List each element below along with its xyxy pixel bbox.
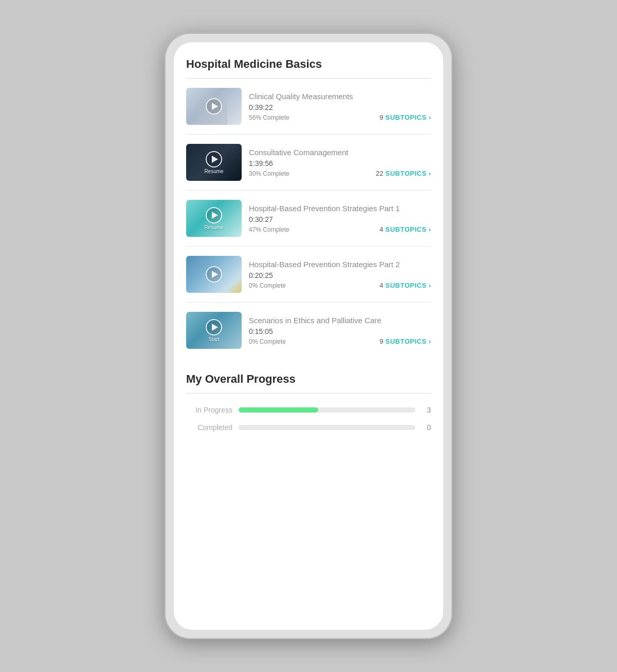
course-duration: 0:30:27 bbox=[249, 215, 431, 223]
play-circle-icon bbox=[206, 151, 222, 167]
subtopics-button[interactable]: 4 SUBTOPICS › bbox=[379, 282, 431, 289]
subtopics-count: 4 bbox=[379, 226, 383, 233]
course-meta: 30% Complete 22 SUBTOPICS › bbox=[249, 170, 431, 177]
course-info: Consultative Comanagement 1:39:56 30% Co… bbox=[249, 147, 431, 178]
thumb-label: Start bbox=[208, 337, 219, 342]
play-triangle-icon bbox=[212, 271, 218, 278]
play-circle-icon bbox=[206, 207, 222, 223]
progress-row: Completed 0 bbox=[186, 423, 431, 432]
progress-row-label: In Progress bbox=[186, 406, 232, 414]
course-name: Hospital-Based Prevention Strategies Par… bbox=[249, 203, 431, 214]
course-item[interactable]: Resume Consultative Comanagement 1:39:56… bbox=[186, 135, 431, 191]
subtopics-label: SUBTOPICS bbox=[386, 282, 427, 289]
chevron-right-icon: › bbox=[429, 282, 431, 289]
phone-screen: Hospital Medicine Basics Clinical Qualit… bbox=[174, 42, 443, 630]
thumb-button: Resume bbox=[204, 151, 223, 174]
chevron-right-icon: › bbox=[429, 170, 431, 177]
course-duration: 1:39:56 bbox=[249, 159, 431, 167]
thumb-button bbox=[206, 98, 222, 115]
course-meta: 56% Complete 9 SUBTOPICS › bbox=[249, 114, 431, 121]
course-item[interactable]: Start Scenarios in Ethics and Palliative… bbox=[186, 303, 431, 358]
course-name: Clinical Quality Measurements bbox=[249, 91, 431, 102]
subtopics-button[interactable]: 9 SUBTOPICS › bbox=[379, 338, 431, 345]
course-progress: 47% Complete bbox=[249, 226, 289, 233]
course-name: Hospital-Based Prevention Strategies Par… bbox=[249, 259, 431, 270]
course-progress: 0% Complete bbox=[249, 338, 286, 345]
course-info: Hospital-Based Prevention Strategies Par… bbox=[249, 259, 431, 290]
play-triangle-icon bbox=[212, 324, 218, 331]
chevron-right-icon: › bbox=[429, 114, 431, 121]
courses-section: Hospital Medicine Basics Clinical Qualit… bbox=[186, 58, 431, 358]
course-duration: 0:20:25 bbox=[249, 271, 431, 279]
chevron-right-icon: › bbox=[429, 338, 431, 345]
thumb-label: Resume bbox=[204, 169, 223, 174]
course-item[interactable]: Resume Hospital-Based Prevention Strateg… bbox=[186, 191, 431, 247]
course-name: Scenarios in Ethics and Palliative Care bbox=[249, 315, 431, 326]
course-thumbnail bbox=[186, 256, 242, 293]
course-progress: 0% Complete bbox=[249, 282, 286, 289]
course-meta: 0% Complete 4 SUBTOPICS › bbox=[249, 282, 431, 289]
progress-count: 0 bbox=[422, 423, 431, 432]
course-info: Clinical Quality Measurements 0:39:22 56… bbox=[249, 91, 431, 122]
subtopics-count: 9 bbox=[379, 114, 383, 121]
subtopics-count: 4 bbox=[379, 282, 383, 289]
progress-row-label: Completed bbox=[186, 423, 232, 432]
progress-bar-fill bbox=[239, 407, 318, 413]
progress-bar-track bbox=[239, 407, 415, 413]
subtopics-button[interactable]: 9 SUBTOPICS › bbox=[379, 114, 431, 121]
subtopics-count: 22 bbox=[376, 170, 383, 177]
course-item[interactable]: Clinical Quality Measurements 0:39:22 56… bbox=[186, 79, 431, 135]
thumb-button: Start bbox=[206, 319, 222, 342]
play-triangle-icon bbox=[212, 156, 218, 163]
course-thumbnail: Resume bbox=[186, 144, 242, 181]
course-thumbnail bbox=[186, 88, 242, 125]
play-circle-icon bbox=[206, 266, 222, 283]
subtopics-label: SUBTOPICS bbox=[386, 114, 427, 121]
course-thumbnail: Resume bbox=[186, 200, 242, 237]
chevron-right-icon: › bbox=[429, 226, 431, 233]
subtopics-label: SUBTOPICS bbox=[386, 170, 427, 177]
progress-divider bbox=[186, 393, 431, 394]
play-circle-icon bbox=[206, 319, 222, 335]
course-progress: 56% Complete bbox=[249, 114, 289, 121]
progress-section: My Overall Progress In Progress 3 Comple… bbox=[186, 372, 431, 432]
course-duration: 0:15:05 bbox=[249, 327, 431, 335]
course-thumbnail: Start bbox=[186, 312, 242, 349]
course-info: Hospital-Based Prevention Strategies Par… bbox=[249, 203, 431, 234]
phone-shell: Hospital Medicine Basics Clinical Qualit… bbox=[165, 33, 452, 639]
courses-section-title: Hospital Medicine Basics bbox=[186, 58, 431, 71]
course-info: Scenarios in Ethics and Palliative Care … bbox=[249, 315, 431, 346]
course-list: Clinical Quality Measurements 0:39:22 56… bbox=[186, 79, 431, 358]
subtopics-label: SUBTOPICS bbox=[386, 226, 427, 233]
subtopics-count: 9 bbox=[379, 338, 383, 345]
thumb-label: Resume bbox=[204, 225, 223, 230]
progress-section-title: My Overall Progress bbox=[186, 372, 431, 386]
subtopics-button[interactable]: 4 SUBTOPICS › bbox=[379, 226, 431, 233]
play-triangle-icon bbox=[212, 103, 218, 110]
play-triangle-icon bbox=[212, 212, 218, 219]
progress-row: In Progress 3 bbox=[186, 406, 431, 414]
subtopics-label: SUBTOPICS bbox=[386, 338, 427, 345]
course-duration: 0:39:22 bbox=[249, 103, 431, 111]
course-progress: 30% Complete bbox=[249, 170, 289, 177]
course-meta: 0% Complete 9 SUBTOPICS › bbox=[249, 338, 431, 345]
course-name: Consultative Comanagement bbox=[249, 147, 431, 158]
progress-count: 3 bbox=[422, 406, 431, 414]
course-item[interactable]: Hospital-Based Prevention Strategies Par… bbox=[186, 247, 431, 303]
progress-rows: In Progress 3 Completed 0 bbox=[186, 406, 431, 432]
thumb-button: Resume bbox=[204, 207, 223, 230]
play-circle-icon bbox=[206, 98, 222, 115]
subtopics-button[interactable]: 22 SUBTOPICS › bbox=[376, 170, 431, 177]
thumb-button bbox=[206, 266, 222, 283]
progress-bar-track bbox=[239, 425, 415, 430]
course-meta: 47% Complete 4 SUBTOPICS › bbox=[249, 226, 431, 233]
